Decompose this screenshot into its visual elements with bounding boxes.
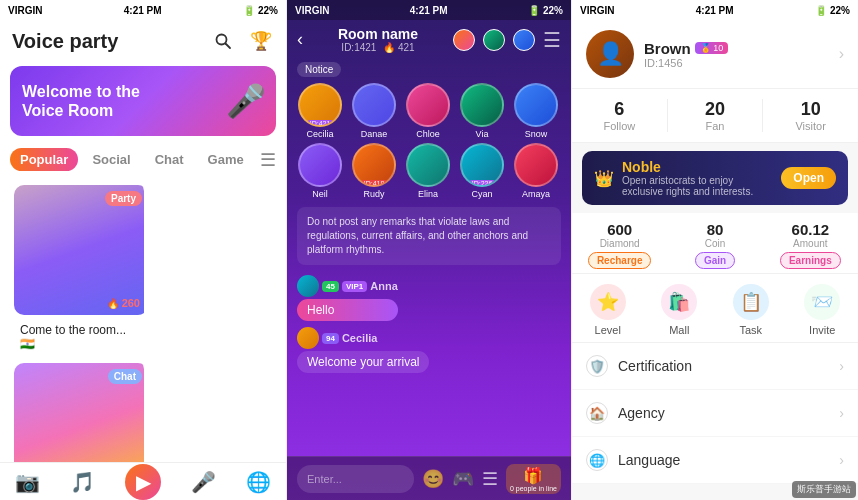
language-icon: 🌐 [586, 449, 608, 471]
voice-seat-via[interactable]: Via [457, 83, 507, 139]
seat-name-amaya: Amaya [511, 189, 561, 199]
diamond-count: 600 [607, 221, 632, 238]
cecilia-name: Cecilia [342, 332, 377, 344]
voice-seat-amaya[interactable]: Amaya [511, 143, 561, 199]
follow-count: 6 [614, 99, 624, 120]
gain-button[interactable]: Gain [695, 252, 735, 269]
anna-level-badge: 45 [322, 281, 339, 292]
voice-seat-rudy[interactable]: ID:418 Rudy [349, 143, 399, 199]
notice-box: Do not post any remarks that violate law… [297, 207, 561, 265]
profile-chevron[interactable]: › [839, 45, 844, 63]
seat-name-via: Via [457, 129, 507, 139]
watermark: 斯乐普手游站 [792, 481, 856, 498]
diamond-label: Diamond [600, 238, 640, 249]
voice-seat-snow[interactable]: Snow [511, 83, 561, 139]
user-info: Brown 🏅 10 ID:1456 [644, 40, 728, 69]
room-card-grid: Party 260 Come to the room... 🇮🇳 Chat 12… [0, 177, 286, 500]
chat-message-cecilia: 94 Cecilia Welcome your arrival [297, 327, 561, 373]
language-menu-item[interactable]: 🌐 Language › [572, 437, 858, 484]
right-carrier: VIRGIN [580, 5, 614, 16]
menu-button[interactable]: ☰ [482, 468, 498, 490]
tab-game[interactable]: Game [198, 148, 254, 171]
mic-button[interactable]: 🎤 [191, 470, 216, 494]
language-chevron-icon: › [839, 452, 844, 468]
back-button[interactable]: ‹ [297, 29, 303, 50]
chat-message-anna: 45 VIP1 Anna Hello [297, 275, 561, 321]
camera-button[interactable]: 📷 [15, 470, 40, 494]
language-label: Language [618, 452, 839, 468]
noble-desc: Open aristocrats to enjoy exclusive righ… [622, 175, 773, 197]
task-label: Task [739, 324, 762, 336]
emoji-button[interactable]: 😊 [422, 468, 444, 490]
stat-follow: 6 Follow [572, 99, 667, 132]
room-header-right: ☰ [453, 28, 561, 52]
svg-line-1 [226, 44, 231, 49]
voice-seat-danae[interactable]: Danae [349, 83, 399, 139]
seat-badge-rudy: ID:418 [361, 180, 388, 187]
right-battery-pct: 22% [830, 5, 850, 16]
visitor-label: Visitor [795, 120, 825, 132]
trophy-button[interactable]: 🏆 [248, 28, 274, 54]
card-badge-2: Chat [108, 369, 142, 384]
noble-open-button[interactable]: Open [781, 167, 836, 189]
game-button[interactable]: 🎮 [452, 468, 474, 490]
coin-count: 80 [707, 221, 724, 238]
voice-seat-cecilia[interactable]: ID:421 Cecilia [295, 83, 345, 139]
invite-label: Invite [809, 324, 835, 336]
coin-label: Coin [705, 238, 726, 249]
tab-social[interactable]: Social [82, 148, 140, 171]
user-avatar: 👤 [586, 30, 634, 78]
seat-name-snow: Snow [511, 129, 561, 139]
recharge-button[interactable]: Recharge [588, 252, 652, 269]
voice-seat-chloe[interactable]: Chloe [403, 83, 453, 139]
menu-icon[interactable]: ☰ [260, 149, 276, 171]
banner-decoration: 🎤 [226, 66, 266, 136]
right-battery-icon: 🔋 [815, 5, 827, 16]
invite-icon: 📨 [804, 284, 840, 320]
seat-name-rudy: Rudy [349, 189, 399, 199]
noble-info: Noble Open aristocrats to enjoy exclusiv… [622, 159, 773, 197]
tab-popular[interactable]: Popular [10, 148, 78, 171]
room-id: ID:1421 🔥 421 [338, 42, 418, 53]
mall-action[interactable]: 🛍️ Mall [644, 284, 716, 336]
play-button[interactable]: ▶ [125, 464, 161, 500]
chat-input[interactable]: Enter... [297, 465, 414, 493]
globe-button[interactable]: 🌐 [246, 470, 271, 494]
voice-seat-cyan[interactable]: ID:226 Cyan [457, 143, 507, 199]
room-name: Room name [338, 26, 418, 42]
right-status-bar: VIRGIN 4:21 PM 🔋 22% [572, 0, 858, 20]
mid-battery-pct: 22% [543, 5, 563, 16]
card-label-1: Come to the room... 🇮🇳 [10, 319, 144, 351]
music-button[interactable]: 🎵 [70, 470, 95, 494]
left-header: Voice party 🏆 [0, 20, 286, 60]
certification-menu-item[interactable]: 🛡️ Certification › [572, 343, 858, 390]
task-action[interactable]: 📋 Task [715, 284, 787, 336]
voice-seat-elina[interactable]: Elina [403, 143, 453, 199]
mid-battery-icon: 🔋 [528, 5, 540, 16]
amount-item: 60.12 Amount Earnings [763, 221, 858, 269]
seat-name-cecilia: Cecilia [295, 129, 345, 139]
room-card-1[interactable]: Party 260 [14, 185, 144, 315]
settings-menu: 🛡️ Certification › 🏠 Agency › 🌐 Language… [572, 343, 858, 484]
user-stats: 6 Follow 20 Fan 10 Visitor [572, 89, 858, 143]
room-menu-icon[interactable]: ☰ [543, 28, 561, 52]
seat-name-cyan: Cyan [457, 189, 507, 199]
invite-action[interactable]: 📨 Invite [787, 284, 859, 336]
seat-name-danae: Danae [349, 129, 399, 139]
action-shortcuts: ⭐ Level 🛍️ Mall 📋 Task 📨 Invite [572, 274, 858, 343]
voice-seat-neil[interactable]: Neil [295, 143, 345, 199]
amount-label: Amount [793, 238, 827, 249]
seat-name-elina: Elina [403, 189, 453, 199]
left-time: 4:21 PM [124, 5, 162, 16]
seat-name-chloe: Chloe [403, 129, 453, 139]
category-tabs: Popular Social Chat Game ☰ [0, 142, 286, 177]
earnings-button[interactable]: Earnings [780, 252, 841, 269]
amount-count: 60.12 [792, 221, 830, 238]
task-icon: 📋 [733, 284, 769, 320]
level-action[interactable]: ⭐ Level [572, 284, 644, 336]
tab-chat[interactable]: Chat [145, 148, 194, 171]
agency-menu-item[interactable]: 🏠 Agency › [572, 390, 858, 437]
fan-count: 20 [705, 99, 725, 120]
list-item[interactable]: Party 260 Come to the room... 🇮🇳 [10, 181, 144, 351]
search-button[interactable] [210, 28, 236, 54]
